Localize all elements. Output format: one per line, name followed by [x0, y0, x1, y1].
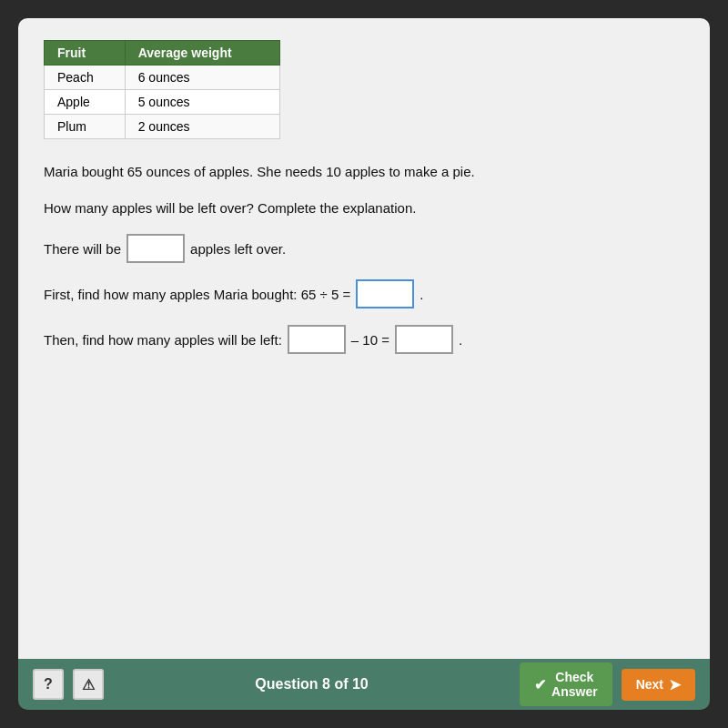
answer-box-subtraction-a[interactable]: [288, 325, 346, 354]
answer-box-subtraction-b[interactable]: [395, 325, 453, 354]
table-row: Peach 6 ounces: [45, 66, 280, 90]
fruit-name: Peach: [45, 66, 126, 90]
sentence3-middle: – 10 =: [351, 332, 389, 348]
prompt-text: How many apples will be left over? Compl…: [44, 197, 684, 219]
col-header-fruit: Fruit: [45, 41, 126, 66]
sentence3-prefix: Then, find how many apples will be left:: [44, 332, 282, 348]
table-row: Apple 5 ounces: [45, 90, 280, 115]
warning-button[interactable]: ⚠: [73, 669, 104, 700]
sentence3-suffix: .: [459, 332, 462, 348]
arrow-icon: ➤: [669, 676, 681, 693]
fruit-table: Fruit Average weight Peach 6 ounces Appl…: [44, 40, 280, 139]
question-context: Maria bought 65 ounces of apples. She ne…: [44, 161, 684, 188]
bottom-bar: ? ⚠ Question 8 of 10 ✔ CheckAnswer Next …: [18, 659, 710, 710]
sentence1-suffix: apples left over.: [190, 241, 286, 257]
table-row: Plum 2 ounces: [45, 115, 280, 139]
context-text: Maria bought 65 ounces of apples. She ne…: [44, 161, 684, 183]
question-prompt: How many apples will be left over? Compl…: [44, 197, 684, 225]
content-area: Fruit Average weight Peach 6 ounces Appl…: [18, 18, 710, 659]
fruit-weight: 5 ounces: [125, 90, 279, 115]
sentence1-prefix: There will be: [44, 241, 121, 257]
fruit-weight: 6 ounces: [125, 66, 279, 90]
sentence2-prefix: First, find how many apples Maria bought…: [44, 287, 350, 302]
checkmark-icon: ✔: [534, 676, 546, 693]
help-button[interactable]: ?: [33, 669, 64, 700]
fruit-name: Plum: [45, 115, 126, 139]
answer-box-leftover[interactable]: [126, 234, 185, 263]
answer-box-division[interactable]: [356, 279, 414, 308]
next-button[interactable]: Next ➤: [622, 669, 695, 701]
check-answer-button[interactable]: ✔ CheckAnswer: [520, 662, 612, 706]
next-label: Next: [636, 677, 663, 692]
fruit-name: Apple: [45, 90, 126, 115]
check-label: CheckAnswer: [551, 670, 598, 699]
fruit-weight: 2 ounces: [125, 115, 279, 139]
col-header-weight: Average weight: [125, 41, 279, 66]
sentence-2-row: First, find how many apples Maria bought…: [44, 279, 684, 308]
question-counter: Question 8 of 10: [113, 676, 511, 693]
sentence-1-row: There will be apples left over.: [44, 234, 684, 263]
sentence-3-row: Then, find how many apples will be left:…: [44, 325, 684, 354]
screen: Fruit Average weight Peach 6 ounces Appl…: [18, 18, 710, 710]
sentence2-suffix: .: [420, 287, 423, 302]
